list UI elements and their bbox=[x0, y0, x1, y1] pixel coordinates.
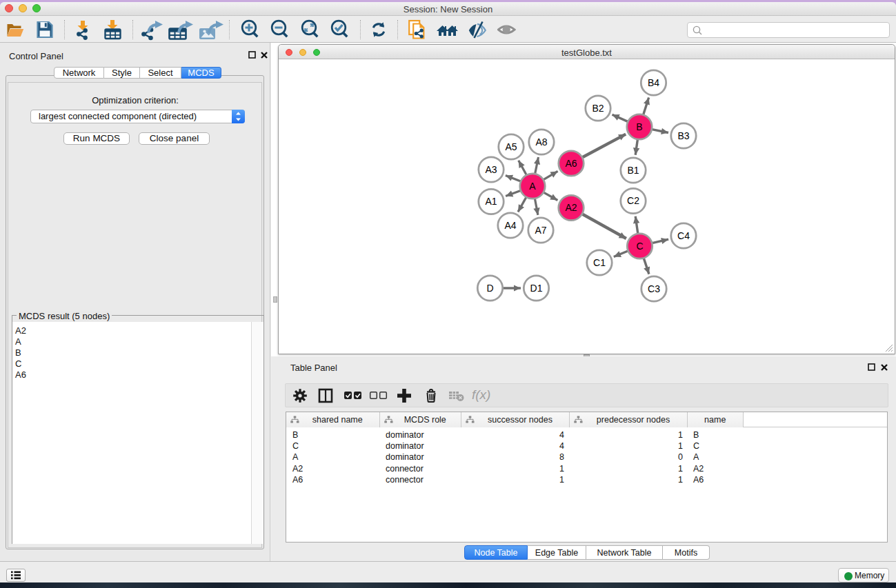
svg-text:A: A bbox=[529, 181, 536, 192]
svg-text:C4: C4 bbox=[677, 230, 690, 241]
svg-text:C3: C3 bbox=[648, 283, 660, 294]
svg-text:A5: A5 bbox=[505, 141, 517, 152]
svg-text:C: C bbox=[636, 241, 643, 252]
svg-text:A8: A8 bbox=[535, 136, 547, 148]
svg-text:A3: A3 bbox=[485, 164, 497, 175]
svg-text:A1: A1 bbox=[485, 196, 497, 207]
svg-text:A7: A7 bbox=[535, 225, 546, 236]
svg-text:f(x): f(x) bbox=[472, 387, 490, 402]
svg-text:C1: C1 bbox=[593, 257, 606, 268]
svg-text:B4: B4 bbox=[648, 77, 659, 88]
svg-text:B1: B1 bbox=[627, 165, 639, 176]
svg-text:B3: B3 bbox=[677, 130, 689, 141]
svg-text:A4: A4 bbox=[504, 220, 516, 231]
svg-text:A6: A6 bbox=[565, 158, 577, 169]
svg-text:B2: B2 bbox=[592, 103, 604, 114]
svg-text:D: D bbox=[486, 283, 493, 294]
svg-text:C2: C2 bbox=[627, 195, 639, 206]
svg-text:B: B bbox=[636, 121, 642, 132]
svg-text:A2: A2 bbox=[565, 202, 577, 213]
svg-text:D1: D1 bbox=[530, 283, 543, 294]
